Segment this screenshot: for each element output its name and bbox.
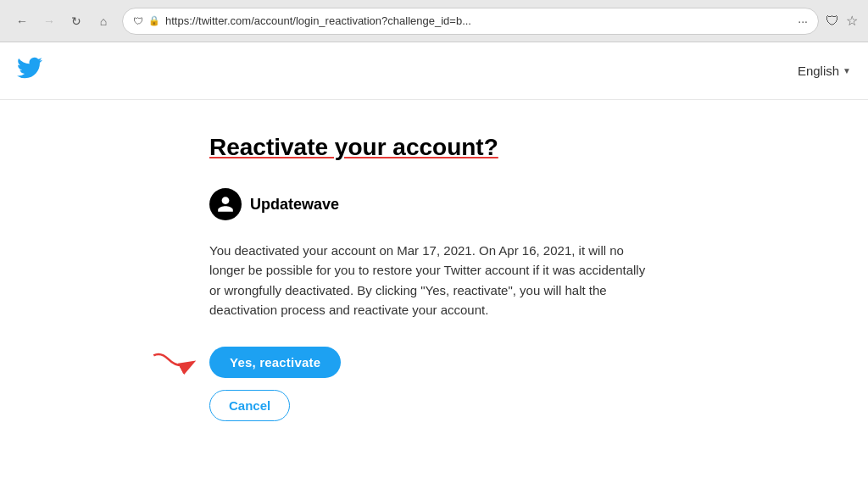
username: Updatewave: [250, 196, 339, 214]
user-row: Updatewave: [209, 188, 659, 220]
buttons-area: Yes, reactivate Cancel: [209, 347, 659, 421]
browser-chrome: ← → ↻ ⌂ 🛡 🔒 https://twitter.com/account/…: [0, 0, 868, 42]
refresh-button[interactable]: ↻: [64, 9, 88, 33]
shield-check-icon[interactable]: 🛡: [826, 14, 839, 29]
language-selector[interactable]: English ▼: [798, 64, 851, 78]
shield-icon: 🛡: [133, 15, 143, 27]
nav-buttons: ← → ↻ ⌂: [10, 9, 115, 33]
url-text: https://twitter.com/account/login_reacti…: [165, 14, 793, 27]
page-title: Reactivate your account?: [209, 134, 659, 161]
twitter-logo: [17, 55, 42, 86]
language-label: English: [798, 64, 839, 78]
page-content: English ▼ Reactivate your account? Updat…: [0, 42, 868, 489]
lock-icon: 🔒: [148, 15, 160, 26]
language-chevron-icon: ▼: [843, 66, 851, 75]
red-arrow-icon: [150, 346, 201, 380]
bookmark-icon[interactable]: ☆: [846, 13, 858, 29]
avatar: [209, 188, 242, 220]
reactivate-button[interactable]: Yes, reactivate: [209, 347, 341, 378]
url-display: https://twitter.com/account/login_reacti…: [165, 14, 471, 27]
description-text: You deactivated your account on Mar 17, …: [209, 241, 659, 320]
forward-button[interactable]: →: [37, 9, 61, 33]
back-button[interactable]: ←: [10, 9, 34, 33]
cancel-button[interactable]: Cancel: [209, 390, 290, 421]
twitter-header: English ▼: [0, 42, 868, 100]
browser-actions: 🛡 ☆: [826, 13, 858, 29]
home-button[interactable]: ⌂: [92, 9, 115, 33]
address-bar[interactable]: 🛡 🔒 https://twitter.com/account/login_re…: [122, 8, 819, 35]
main-content: Reactivate your account? Updatewave You …: [159, 100, 709, 472]
more-button[interactable]: ···: [798, 14, 808, 28]
reactivate-button-container: Yes, reactivate: [209, 347, 341, 378]
